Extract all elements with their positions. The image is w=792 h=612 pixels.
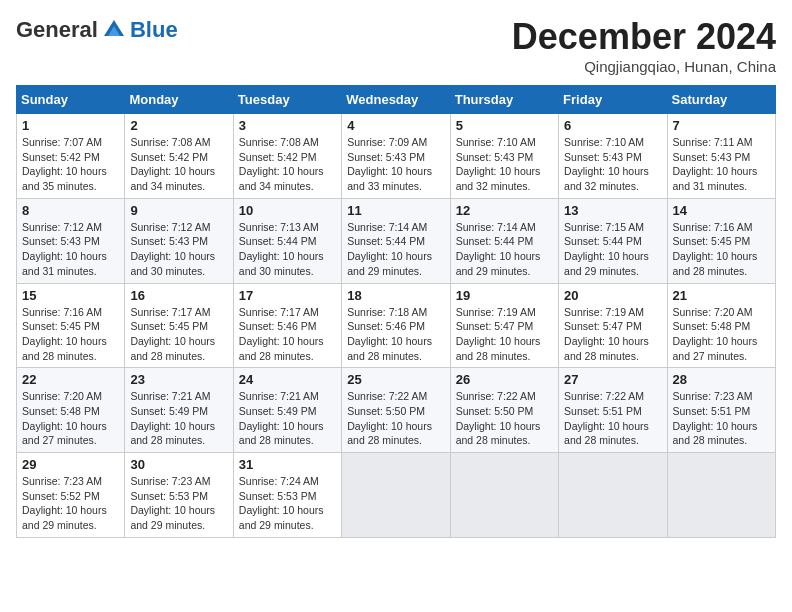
calendar-week-row: 29 Sunrise: 7:23 AMSunset: 5:52 PMDaylig… [17, 453, 776, 538]
day-number: 19 [456, 288, 553, 303]
calendar-cell [559, 453, 667, 538]
day-info: Sunrise: 7:08 AMSunset: 5:42 PMDaylight:… [239, 135, 336, 194]
day-info: Sunrise: 7:09 AMSunset: 5:43 PMDaylight:… [347, 135, 444, 194]
day-number: 20 [564, 288, 661, 303]
calendar-cell [342, 453, 450, 538]
day-number: 16 [130, 288, 227, 303]
calendar-cell: 26 Sunrise: 7:22 AMSunset: 5:50 PMDaylig… [450, 368, 558, 453]
calendar-cell: 11 Sunrise: 7:14 AMSunset: 5:44 PMDaylig… [342, 198, 450, 283]
calendar-cell: 29 Sunrise: 7:23 AMSunset: 5:52 PMDaylig… [17, 453, 125, 538]
day-number: 4 [347, 118, 444, 133]
day-info: Sunrise: 7:23 AMSunset: 5:52 PMDaylight:… [22, 474, 119, 533]
day-info: Sunrise: 7:20 AMSunset: 5:48 PMDaylight:… [22, 389, 119, 448]
calendar-cell: 17 Sunrise: 7:17 AMSunset: 5:46 PMDaylig… [233, 283, 341, 368]
day-info: Sunrise: 7:22 AMSunset: 5:50 PMDaylight:… [347, 389, 444, 448]
calendar-cell: 14 Sunrise: 7:16 AMSunset: 5:45 PMDaylig… [667, 198, 775, 283]
day-number: 26 [456, 372, 553, 387]
calendar-table: Sunday Monday Tuesday Wednesday Thursday… [16, 85, 776, 538]
day-info: Sunrise: 7:20 AMSunset: 5:48 PMDaylight:… [673, 305, 770, 364]
calendar-cell [667, 453, 775, 538]
day-number: 23 [130, 372, 227, 387]
logo: General Blue [16, 16, 178, 44]
day-info: Sunrise: 7:21 AMSunset: 5:49 PMDaylight:… [239, 389, 336, 448]
day-number: 30 [130, 457, 227, 472]
col-saturday: Saturday [667, 86, 775, 114]
day-number: 18 [347, 288, 444, 303]
day-number: 29 [22, 457, 119, 472]
page-header: General Blue December 2024 Qingjiangqiao… [16, 16, 776, 75]
calendar-cell: 4 Sunrise: 7:09 AMSunset: 5:43 PMDayligh… [342, 114, 450, 199]
day-info: Sunrise: 7:19 AMSunset: 5:47 PMDaylight:… [564, 305, 661, 364]
day-number: 15 [22, 288, 119, 303]
col-thursday: Thursday [450, 86, 558, 114]
day-number: 1 [22, 118, 119, 133]
calendar-cell: 9 Sunrise: 7:12 AMSunset: 5:43 PMDayligh… [125, 198, 233, 283]
logo-icon [100, 16, 128, 44]
calendar-cell: 2 Sunrise: 7:08 AMSunset: 5:42 PMDayligh… [125, 114, 233, 199]
day-info: Sunrise: 7:22 AMSunset: 5:50 PMDaylight:… [456, 389, 553, 448]
calendar-cell: 27 Sunrise: 7:22 AMSunset: 5:51 PMDaylig… [559, 368, 667, 453]
day-number: 27 [564, 372, 661, 387]
calendar-cell: 24 Sunrise: 7:21 AMSunset: 5:49 PMDaylig… [233, 368, 341, 453]
calendar-cell: 23 Sunrise: 7:21 AMSunset: 5:49 PMDaylig… [125, 368, 233, 453]
calendar-cell: 31 Sunrise: 7:24 AMSunset: 5:53 PMDaylig… [233, 453, 341, 538]
col-monday: Monday [125, 86, 233, 114]
day-number: 25 [347, 372, 444, 387]
calendar-cell: 12 Sunrise: 7:14 AMSunset: 5:44 PMDaylig… [450, 198, 558, 283]
calendar-cell: 1 Sunrise: 7:07 AMSunset: 5:42 PMDayligh… [17, 114, 125, 199]
day-info: Sunrise: 7:18 AMSunset: 5:46 PMDaylight:… [347, 305, 444, 364]
day-number: 2 [130, 118, 227, 133]
title-block: December 2024 Qingjiangqiao, Hunan, Chin… [512, 16, 776, 75]
day-info: Sunrise: 7:08 AMSunset: 5:42 PMDaylight:… [130, 135, 227, 194]
day-number: 24 [239, 372, 336, 387]
day-info: Sunrise: 7:10 AMSunset: 5:43 PMDaylight:… [564, 135, 661, 194]
calendar-cell: 18 Sunrise: 7:18 AMSunset: 5:46 PMDaylig… [342, 283, 450, 368]
day-info: Sunrise: 7:07 AMSunset: 5:42 PMDaylight:… [22, 135, 119, 194]
day-info: Sunrise: 7:14 AMSunset: 5:44 PMDaylight:… [456, 220, 553, 279]
calendar-cell: 22 Sunrise: 7:20 AMSunset: 5:48 PMDaylig… [17, 368, 125, 453]
day-number: 9 [130, 203, 227, 218]
calendar-cell: 30 Sunrise: 7:23 AMSunset: 5:53 PMDaylig… [125, 453, 233, 538]
calendar-cell: 20 Sunrise: 7:19 AMSunset: 5:47 PMDaylig… [559, 283, 667, 368]
calendar-cell: 21 Sunrise: 7:20 AMSunset: 5:48 PMDaylig… [667, 283, 775, 368]
day-info: Sunrise: 7:12 AMSunset: 5:43 PMDaylight:… [22, 220, 119, 279]
day-number: 5 [456, 118, 553, 133]
calendar-cell: 28 Sunrise: 7:23 AMSunset: 5:51 PMDaylig… [667, 368, 775, 453]
day-info: Sunrise: 7:17 AMSunset: 5:46 PMDaylight:… [239, 305, 336, 364]
calendar-cell: 19 Sunrise: 7:19 AMSunset: 5:47 PMDaylig… [450, 283, 558, 368]
day-info: Sunrise: 7:16 AMSunset: 5:45 PMDaylight:… [22, 305, 119, 364]
day-info: Sunrise: 7:22 AMSunset: 5:51 PMDaylight:… [564, 389, 661, 448]
day-info: Sunrise: 7:12 AMSunset: 5:43 PMDaylight:… [130, 220, 227, 279]
calendar-week-row: 1 Sunrise: 7:07 AMSunset: 5:42 PMDayligh… [17, 114, 776, 199]
col-tuesday: Tuesday [233, 86, 341, 114]
calendar-cell: 7 Sunrise: 7:11 AMSunset: 5:43 PMDayligh… [667, 114, 775, 199]
day-number: 17 [239, 288, 336, 303]
day-number: 10 [239, 203, 336, 218]
calendar-week-row: 15 Sunrise: 7:16 AMSunset: 5:45 PMDaylig… [17, 283, 776, 368]
day-info: Sunrise: 7:16 AMSunset: 5:45 PMDaylight:… [673, 220, 770, 279]
day-info: Sunrise: 7:10 AMSunset: 5:43 PMDaylight:… [456, 135, 553, 194]
day-info: Sunrise: 7:23 AMSunset: 5:53 PMDaylight:… [130, 474, 227, 533]
col-wednesday: Wednesday [342, 86, 450, 114]
calendar-week-row: 22 Sunrise: 7:20 AMSunset: 5:48 PMDaylig… [17, 368, 776, 453]
location: Qingjiangqiao, Hunan, China [512, 58, 776, 75]
day-number: 6 [564, 118, 661, 133]
calendar-cell [450, 453, 558, 538]
day-number: 22 [22, 372, 119, 387]
calendar-cell: 3 Sunrise: 7:08 AMSunset: 5:42 PMDayligh… [233, 114, 341, 199]
month-title: December 2024 [512, 16, 776, 58]
day-number: 12 [456, 203, 553, 218]
calendar-week-row: 8 Sunrise: 7:12 AMSunset: 5:43 PMDayligh… [17, 198, 776, 283]
calendar-header-row: Sunday Monday Tuesday Wednesday Thursday… [17, 86, 776, 114]
calendar-cell: 16 Sunrise: 7:17 AMSunset: 5:45 PMDaylig… [125, 283, 233, 368]
day-number: 31 [239, 457, 336, 472]
logo-general: General [16, 17, 98, 43]
col-sunday: Sunday [17, 86, 125, 114]
logo-blue: Blue [130, 17, 178, 43]
calendar-cell: 8 Sunrise: 7:12 AMSunset: 5:43 PMDayligh… [17, 198, 125, 283]
calendar-cell: 5 Sunrise: 7:10 AMSunset: 5:43 PMDayligh… [450, 114, 558, 199]
day-info: Sunrise: 7:21 AMSunset: 5:49 PMDaylight:… [130, 389, 227, 448]
day-info: Sunrise: 7:13 AMSunset: 5:44 PMDaylight:… [239, 220, 336, 279]
day-number: 28 [673, 372, 770, 387]
day-number: 21 [673, 288, 770, 303]
